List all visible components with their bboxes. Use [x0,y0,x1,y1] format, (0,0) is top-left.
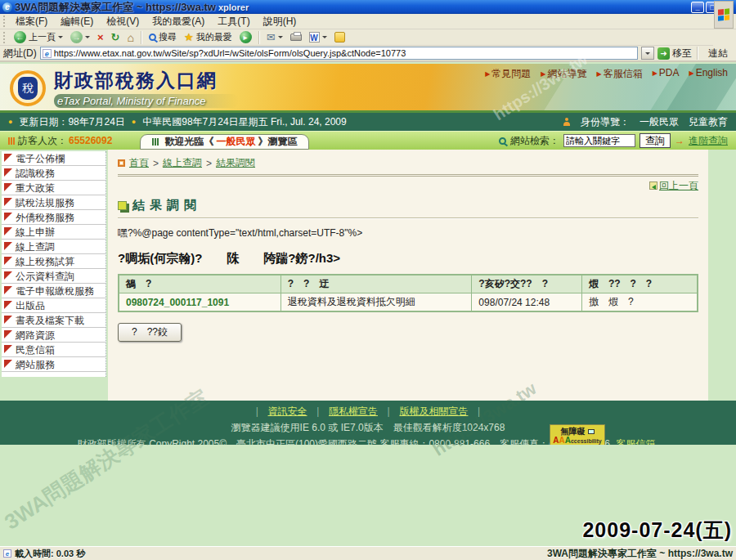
sidebar-item-policy[interactable]: 重大政策 [2,181,105,195]
link-english[interactable]: English [689,67,728,81]
fold-corner-icon [4,242,12,250]
site-search-input[interactable] [563,134,635,147]
fold-corner-icon [4,198,12,206]
web-page: 稅 財政部稅務入口網 eTax Portal, Ministry of Fina… [0,62,736,546]
standard-toolbar: ← 上一頁 → × ↻ ⌂ 搜尋 ★ 我的最愛 ▸ ✉ W [0,29,713,46]
identity-link-general[interactable]: 一般民眾 [640,115,679,129]
search-label: 搜尋 [159,31,177,43]
status-bar: e 載入時間: 0.03 秒 3WA問題解決專家工作室 ~ https://3w… [0,546,736,560]
sidebar-item-tax-law[interactable]: 賦稅法規服務 [2,195,105,210]
print-button[interactable] [288,34,304,41]
site-search-icon [499,137,506,145]
word-icon: W [309,32,320,43]
sidebar-item-downloads[interactable]: 書表及檔案下載 [2,313,105,328]
breadcrumb-home[interactable]: 首頁 [129,156,149,170]
sidebar-item-public-data[interactable]: 公示資料查詢 [2,269,105,284]
accessibility-badge[interactable]: 無障礙 AAAccessibility [550,424,605,446]
bullet-icon: ● [8,118,12,126]
forward-dropdown-icon[interactable] [85,36,90,38]
mail-dropdown-icon[interactable] [278,36,283,38]
sidebar-item-e-filing[interactable]: 電子申報繳稅服務 [2,284,105,298]
menu-help[interactable]: 說明(H) [257,15,303,29]
menu-bar: 檔案(F) 編輯(E) 檢視(V) 我的最愛(A) 工具(T) 說明(H) [0,14,736,29]
divider [118,217,698,219]
address-bar: 網址(D) e https://www.etax.nat.gov.tw/wSit… [0,46,736,62]
fold-corner-icon [4,286,12,294]
footer-separator [252,405,262,417]
footer-separator [384,405,393,417]
date-stamp-watermark: 2009-07-24(五) [582,517,732,544]
menu-favorites[interactable]: 我的最愛(A) [146,15,211,29]
favorites-button[interactable]: ★ 我的最愛 [182,31,235,43]
welcome-audience: 一般民眾 [216,135,255,149]
links-toolbar[interactable]: 連結 [703,47,733,60]
footer-link-privacy[interactable]: 隱私權宣告 [329,405,378,417]
page-icon: e [3,549,11,558]
sidebar-item-tax-trial[interactable]: 線上稅務試算 [2,254,105,269]
go-button[interactable]: ➜ 移至 [657,47,692,60]
address-input[interactable]: e https://www.etax.nat.gov.tw/wSite/sp?x… [40,47,638,60]
link-pda[interactable]: PDA [653,67,680,81]
sidebar-item-site-services[interactable]: 網站服務 [2,357,105,372]
fold-corner-icon [4,168,12,177]
menu-file[interactable]: 檔案(F) [9,15,54,29]
page-title: 結果調閱 [132,198,201,213]
site-logo[interactable]: 稅 財政部稅務入口網 eTax Portal, Ministry of Fina… [10,68,239,108]
back-button[interactable]: ← 上一頁 [11,31,65,43]
breadcrumb-current[interactable]: 結果調閱 [216,156,255,170]
window-title-suffix: xplorer [218,2,249,12]
sidebar-nav: 電子公佈欄 認識稅務 重大政策 賦稅法規服務 外僑稅務服務 線上申辦 線上查調 … [2,151,106,377]
chevron-down-icon [645,52,650,55]
sidebar-item-bulletin[interactable]: 電子公佈欄 [2,151,105,166]
media-button[interactable]: ▸ [237,31,254,43]
link-sitemap[interactable]: 網站導覽 [541,67,586,81]
printer-icon [290,34,302,41]
roc-date: 中華民國98年7月24日星期五 Fri., Jul. 24, 2009 [142,115,346,129]
back-label: 上一頁 [29,31,56,43]
back-to-previous-link[interactable]: 回上一頁 [649,180,698,191]
ie-icon: e [2,2,12,12]
edit-dropdown-icon[interactable] [322,36,327,38]
sidebar-item-opinion-mailbox[interactable]: 民意信箱 [2,343,105,357]
info-bar: ● 更新日期：98年7月24日 ● 中華民國98年7月24日星期五 Fri., … [0,113,736,131]
identity-link-children[interactable]: 兒童教育 [689,115,728,129]
star-icon: ★ [184,31,194,43]
forward-button[interactable]: → [68,31,92,43]
messenger-button[interactable] [332,32,348,43]
menu-edit[interactable]: 編輯(E) [54,15,100,29]
favorites-label: 我的最愛 [196,31,232,43]
footer-link-copyright-notice[interactable]: 版權及相關宣告 [399,405,468,417]
tax-logo-icon: 稅 [18,77,38,100]
sidebar-item-know-tax[interactable]: 認識稅務 [2,166,105,181]
refresh-button[interactable]: ↻ [109,31,123,43]
windows-logo [714,1,734,29]
col-header-description: ? ? 迂 [280,275,472,293]
back-dropdown-icon[interactable] [58,36,63,38]
home-button[interactable]: ⌂ [125,31,137,44]
sidebar-item-foreigner[interactable]: 外僑稅務服務 [2,210,105,225]
menu-view[interactable]: 檢視(V) [100,15,146,29]
site-search-button[interactable]: 查詢 [640,133,671,148]
footer-link-security[interactable]: 資訊安全 [268,405,307,417]
sidebar-item-online-query[interactable]: 線上查調 [2,240,105,254]
result-file-link[interactable]: 0980724_000117_1091 [126,297,229,308]
edit-button[interactable]: W [307,32,330,43]
menu-tools[interactable]: 工具(T) [211,15,256,29]
fold-corner-icon [4,330,12,338]
search-button[interactable]: 搜尋 [146,31,179,43]
advanced-search-link[interactable]: 進階查詢 [689,134,728,148]
link-faq[interactable]: 常見問題 [485,67,531,81]
stop-button[interactable]: × [95,31,106,43]
sidebar-item-online-apply[interactable]: 線上申辦 [2,225,105,240]
minimize-button[interactable]: _ [691,2,704,13]
sidebar-item-web-resources[interactable]: 網路資源 [2,328,105,343]
breadcrumb-online-query[interactable]: 線上查調 [163,156,202,170]
sidebar-item-publications[interactable]: 出版品 [2,298,105,313]
address-label: 網址(D) [3,47,37,60]
arrow-right-icon: → [675,135,684,146]
link-contact[interactable]: 客服信箱 [596,67,642,81]
address-dropdown[interactable] [641,47,654,60]
mail-button[interactable]: ✉ [264,31,285,43]
welcome-suffix: 》瀏覽區 [258,135,297,149]
submit-button[interactable]: ? ??鉸 [118,323,182,342]
